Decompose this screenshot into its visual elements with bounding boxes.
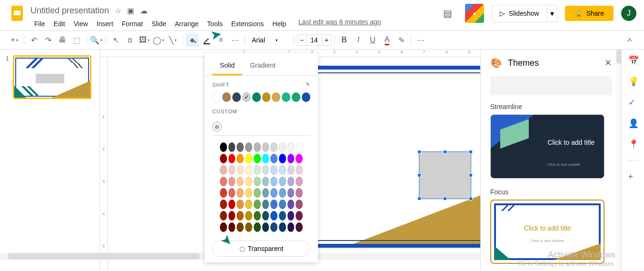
- size-decrease-button[interactable]: −: [297, 34, 307, 46]
- color-swatch[interactable]: [296, 211, 303, 221]
- color-swatch[interactable]: [220, 222, 227, 232]
- color-swatch[interactable]: [220, 165, 227, 175]
- color-swatch[interactable]: [245, 177, 252, 186]
- color-swatch[interactable]: [245, 188, 252, 198]
- menu-slide[interactable]: Slide: [148, 18, 170, 30]
- menu-arrange[interactable]: Arrange: [171, 18, 202, 30]
- color-swatch[interactable]: [282, 92, 290, 102]
- redo-button[interactable]: ↷: [41, 33, 55, 47]
- menu-extensions[interactable]: Extensions: [228, 18, 268, 30]
- color-swatch[interactable]: [228, 154, 236, 163]
- color-swatch[interactable]: [242, 92, 251, 102]
- color-swatch[interactable]: [237, 222, 244, 232]
- color-swatch[interactable]: [237, 165, 244, 175]
- color-swatch[interactable]: [292, 92, 300, 102]
- resize-handle-tr[interactable]: [469, 150, 473, 154]
- resize-handle-mb[interactable]: [443, 197, 447, 201]
- size-increase-button[interactable]: +: [322, 34, 331, 46]
- paint-format-button[interactable]: ⬚: [70, 33, 83, 47]
- color-swatch[interactable]: [245, 211, 252, 221]
- color-swatch[interactable]: [245, 142, 252, 152]
- color-swatch[interactable]: [254, 165, 261, 175]
- color-swatch[interactable]: [296, 177, 303, 186]
- italic-button[interactable]: I: [352, 33, 365, 47]
- color-swatch[interactable]: [296, 154, 303, 163]
- text-color-button[interactable]: A: [380, 33, 394, 47]
- color-swatch[interactable]: [287, 211, 295, 221]
- color-swatch[interactable]: [279, 188, 286, 198]
- color-swatch[interactable]: [212, 92, 221, 102]
- meet-icon[interactable]: ▾: [465, 4, 484, 23]
- move-icon[interactable]: ▣: [127, 6, 134, 15]
- image-tool[interactable]: 🖼▾: [138, 33, 151, 47]
- color-swatch[interactable]: [220, 154, 227, 163]
- color-swatch[interactable]: [262, 188, 269, 198]
- color-swatch[interactable]: [262, 154, 269, 163]
- color-swatch[interactable]: [220, 200, 227, 209]
- font-select[interactable]: Arial ▾: [248, 35, 291, 45]
- color-swatch[interactable]: [279, 177, 286, 186]
- color-swatch[interactable]: [254, 142, 261, 152]
- color-swatch[interactable]: [228, 165, 236, 175]
- color-swatch[interactable]: [270, 222, 277, 232]
- color-swatch[interactable]: [296, 188, 303, 198]
- avatar[interactable]: J: [621, 6, 636, 21]
- resize-handle-tl[interactable]: [417, 150, 421, 154]
- highlight-button[interactable]: ✎: [395, 33, 408, 47]
- resize-handle-bl[interactable]: [417, 197, 421, 201]
- color-swatch[interactable]: [220, 177, 227, 186]
- select-tool[interactable]: ↖: [109, 33, 122, 47]
- tasks-icon[interactable]: ✓: [628, 97, 638, 107]
- comments-icon[interactable]: ▤: [438, 4, 457, 23]
- contacts-icon[interactable]: 👤: [628, 118, 638, 128]
- color-swatch[interactable]: [262, 222, 269, 232]
- color-swatch[interactable]: [222, 92, 231, 102]
- color-swatch[interactable]: [287, 188, 295, 198]
- color-swatch[interactable]: [262, 177, 269, 186]
- color-swatch[interactable]: [237, 177, 244, 186]
- color-swatch[interactable]: [296, 142, 303, 152]
- resize-handle-br[interactable]: [469, 197, 473, 201]
- menu-help[interactable]: Help: [268, 18, 290, 30]
- color-swatch[interactable]: [237, 142, 244, 152]
- new-slide-button[interactable]: +▾: [8, 33, 21, 47]
- last-edit-link[interactable]: Last edit was 6 minutes ago: [298, 18, 381, 30]
- textbox-tool[interactable]: ⧈: [123, 33, 137, 47]
- color-swatch[interactable]: [254, 211, 261, 221]
- color-swatch[interactable]: [270, 188, 277, 198]
- color-swatch[interactable]: [262, 142, 269, 152]
- color-swatch[interactable]: [262, 211, 269, 221]
- color-swatch[interactable]: [270, 165, 277, 175]
- color-swatch[interactable]: [254, 188, 261, 198]
- color-swatch[interactable]: [237, 211, 244, 221]
- color-swatch[interactable]: [262, 165, 269, 175]
- color-swatch[interactable]: [296, 200, 303, 209]
- color-swatch[interactable]: [270, 142, 277, 152]
- color-swatch[interactable]: [228, 222, 236, 232]
- color-swatch[interactable]: [270, 211, 277, 221]
- bold-button[interactable]: B: [337, 33, 351, 47]
- color-swatch[interactable]: [237, 188, 244, 198]
- resize-handle-mt[interactable]: [443, 150, 447, 154]
- more-button[interactable]: ⋯: [414, 33, 427, 47]
- color-swatch[interactable]: [254, 200, 261, 209]
- color-swatch[interactable]: [270, 154, 277, 163]
- share-button[interactable]: 🔒 Share: [565, 6, 614, 21]
- color-swatch[interactable]: [287, 165, 295, 175]
- color-swatch[interactable]: [296, 222, 303, 232]
- add-icon[interactable]: +: [628, 172, 638, 181]
- color-swatch[interactable]: [220, 188, 227, 198]
- gradient-tab[interactable]: Gradient: [242, 57, 283, 75]
- menu-insert[interactable]: Insert: [93, 18, 117, 30]
- close-icon[interactable]: ✕: [604, 58, 612, 68]
- star-icon[interactable]: ☆: [115, 6, 121, 15]
- edit-icon[interactable]: ✎: [306, 81, 310, 88]
- color-swatch[interactable]: [302, 92, 310, 102]
- color-swatch[interactable]: [287, 222, 295, 232]
- color-swatch[interactable]: [270, 200, 277, 209]
- print-button[interactable]: 🖶: [56, 33, 69, 47]
- color-swatch[interactable]: [287, 177, 295, 186]
- color-swatch[interactable]: [245, 222, 252, 232]
- color-swatch[interactable]: [228, 188, 236, 198]
- solid-tab[interactable]: Solid: [212, 57, 242, 75]
